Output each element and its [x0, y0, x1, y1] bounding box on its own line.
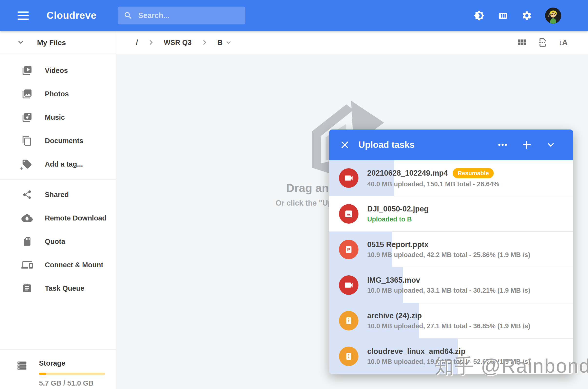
sidebar-item-task-queue[interactable]: Task Queue	[0, 277, 116, 300]
brightness-icon	[474, 10, 484, 21]
app-title: Cloudreve	[47, 10, 96, 21]
photo-library-icon	[22, 88, 33, 99]
video-icon	[339, 168, 358, 188]
sidebar-item-label: Add a tag...	[45, 160, 83, 168]
sidebar-item-label: Shared	[45, 191, 69, 199]
upload-task-row[interactable]: 20210628_102249.mp4 Resumable 40.0 MB up…	[329, 160, 573, 196]
sort-icon: ↓A	[559, 38, 567, 47]
breadcrumb-root[interactable]: /	[136, 38, 138, 47]
upload-filename: DJI_0050-02.jpeg	[367, 205, 429, 213]
upload-panel-title: Upload tasks	[358, 140, 497, 150]
storage-icon	[17, 360, 27, 387]
breadcrumb-folder[interactable]: WSR Q3	[164, 38, 192, 47]
storage-label: Storage	[39, 359, 105, 367]
sidebar-item-label: Connect & Mount	[45, 261, 103, 269]
sidebar-my-files-header[interactable]: My Files	[0, 31, 116, 54]
server-icon	[497, 10, 509, 22]
webdav-server-button[interactable]	[497, 10, 509, 21]
upload-task-row[interactable]: P 0515 Report.pptx 10.9 MB uploaded, 42.…	[329, 231, 573, 267]
user-avatar[interactable]	[545, 7, 561, 24]
sidebar-item-label: Documents	[45, 137, 83, 145]
close-icon	[340, 140, 350, 150]
sidebar-item-label: Music	[45, 113, 65, 122]
sidebar-item-label: Task Queue	[45, 284, 84, 292]
sort-button[interactable]: ↓A	[557, 37, 568, 48]
svg-text:P: P	[347, 247, 351, 252]
upload-filename: IMG_1365.mov	[367, 276, 420, 285]
storage-progress-fill	[39, 373, 46, 375]
grid-view-button[interactable]	[516, 37, 528, 48]
hamburger-menu-icon[interactable]	[18, 11, 29, 20]
sidebar-item-videos[interactable]: Videos	[0, 59, 116, 82]
add-upload-button[interactable]	[521, 138, 533, 151]
appbar-actions	[473, 0, 588, 31]
more-horizontal-icon: •••	[498, 141, 508, 149]
upload-stats: 10.0 MB uploaded, 19.0 MB total - 52.67%…	[367, 358, 530, 366]
collapse-panel-button[interactable]	[544, 138, 557, 151]
storage-usage-text: 5.7 GB / 51.0 GB	[39, 379, 105, 387]
sidebar-item-shared[interactable]: Shared	[0, 183, 116, 206]
upload-panel-header: Upload tasks •••	[329, 130, 573, 160]
breadcrumb-current-dropdown[interactable]: B	[217, 38, 232, 47]
sidebar-item-quota[interactable]: Quota	[0, 230, 116, 253]
upload-task-row[interactable]: archive (24).zip 10.0 MB uploaded, 27.1 …	[329, 303, 573, 338]
view-controls: ↓A	[516, 37, 588, 48]
devices-icon	[22, 259, 33, 270]
documents-icon	[22, 135, 33, 146]
chevron-right-icon	[147, 39, 154, 46]
clipboard-icon	[22, 283, 33, 294]
close-panel-button[interactable]	[338, 138, 351, 151]
plus-icon	[522, 139, 532, 150]
music-library-icon	[22, 112, 33, 123]
more-options-button[interactable]: •••	[497, 138, 509, 151]
sidebar-item-connect-mount[interactable]: Connect & Mount	[0, 253, 116, 277]
upload-stats: 10.0 MB uploaded, 27.1 MB total - 36.85%…	[367, 323, 530, 330]
cloudreve-app: Drag and drop files here Or click the "U…	[0, 0, 588, 389]
upload-filename: cloudreve_linux_amd64.zip	[367, 347, 466, 356]
add-tag-icon: +	[22, 159, 33, 170]
app-bar: Cloudreve	[0, 0, 588, 31]
chevron-right-icon	[201, 39, 208, 46]
sidebar-item-music[interactable]: Music	[0, 106, 116, 129]
dark-mode-toggle-button[interactable]	[473, 10, 485, 21]
search-box[interactable]	[118, 7, 245, 24]
sidebar-item-add-tag[interactable]: + Add a tag...	[0, 152, 116, 176]
pagination-size-button[interactable]	[537, 37, 548, 48]
my-files-label: My Files	[37, 38, 66, 47]
zip-icon	[339, 347, 358, 366]
search-input[interactable]	[138, 11, 236, 20]
upload-tasks-panel: Upload tasks ••• 20210628_10	[329, 130, 573, 374]
resumable-badge: Resumable	[453, 168, 494, 178]
sidebar-item-label: Photos	[45, 90, 69, 98]
upload-filename: 0515 Report.pptx	[367, 240, 429, 249]
settings-button[interactable]	[521, 10, 532, 21]
breadcrumb-current: B	[217, 38, 222, 47]
sd-card-icon	[22, 236, 33, 247]
upload-filename: 20210628_102249.mp4	[367, 169, 448, 178]
upload-status-success: Uploaded to B	[367, 216, 429, 223]
image-icon	[339, 204, 358, 224]
sidebar: My Files Videos Photos Music	[0, 31, 116, 389]
sidebar-item-label: Videos	[45, 66, 68, 75]
video-icon	[339, 275, 358, 295]
share-icon	[22, 189, 33, 200]
sidebar-item-documents[interactable]: Documents	[0, 129, 116, 152]
breadcrumb: / WSR Q3 B	[136, 38, 232, 47]
sidebar-item-photos[interactable]: Photos	[0, 82, 116, 106]
upload-task-row[interactable]: DJI_0050-02.jpeg Uploaded to B	[329, 196, 573, 231]
search-icon	[123, 11, 133, 20]
grid-view-icon	[517, 37, 527, 48]
cloud-download-icon	[22, 212, 33, 224]
paginated-file-icon	[537, 37, 548, 48]
upload-task-row[interactable]: IMG_1365.mov 10.0 MB uploaded, 33.1 MB t…	[329, 267, 573, 303]
storage-section: Storage 5.7 GB / 51.0 GB	[0, 349, 116, 387]
upload-stats: 10.0 MB uploaded, 33.1 MB total - 30.21%…	[367, 287, 530, 294]
zip-icon	[339, 311, 358, 330]
chevron-down-icon	[17, 38, 25, 47]
sidebar-item-remote-download[interactable]: Remote Download	[0, 206, 116, 230]
chevron-down-icon	[546, 140, 556, 150]
chevron-down-icon	[225, 39, 232, 46]
upload-task-row[interactable]: cloudreve_linux_amd64.zip 10.0 MB upload…	[329, 338, 573, 374]
sidebar-nav: Videos Photos Music Documents	[0, 54, 116, 300]
sidebar-item-label: Remote Download	[45, 214, 107, 222]
